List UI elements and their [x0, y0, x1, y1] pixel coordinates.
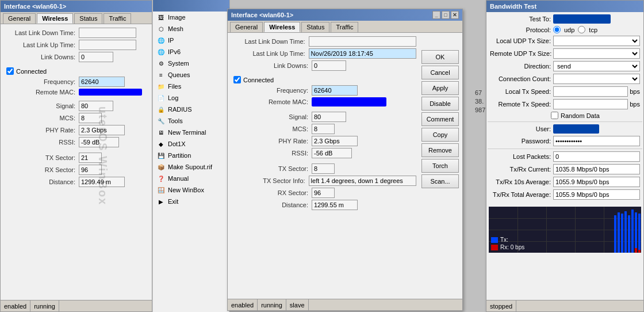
conn-count-select[interactable] — [553, 74, 640, 84]
status-slave-main: slave — [286, 299, 309, 310]
tx-sector-label-main: TX Sector: — [231, 165, 312, 172]
tx-rx-total-input[interactable] — [553, 189, 640, 200]
remote-mac-label-1: Remote MAC: — [4, 89, 79, 96]
tab-wireless-main[interactable]: Wireless — [264, 22, 300, 32]
minimize-button-main[interactable]: _ — [432, 11, 440, 19]
random-data-checkbox[interactable] — [551, 112, 558, 119]
rx-sector-input-1[interactable] — [79, 165, 102, 175]
legend-rx: Rx: 0 bps — [491, 244, 524, 250]
signal-row-main: Signal: — [231, 112, 416, 122]
tx-rx-current-input[interactable] — [553, 164, 640, 174]
cancel-button[interactable]: Cancel — [421, 66, 459, 79]
tab-wireless-1[interactable]: Wireless — [37, 13, 73, 24]
last-link-down-input-main[interactable] — [309, 36, 416, 47]
copy-button[interactable]: Copy — [421, 128, 459, 142]
sidebar-item-label-image: Image — [168, 14, 186, 21]
torch-button[interactable]: Torch — [421, 159, 459, 173]
rssi-input-main[interactable] — [312, 148, 352, 158]
last-link-up-input-main[interactable] — [309, 48, 416, 59]
tx-sector-input-main[interactable] — [312, 163, 335, 174]
tab-general-1[interactable]: General — [3, 13, 36, 24]
remote-mac-label-main: Remote MAC: — [231, 98, 312, 105]
sidebar-item-ip[interactable]: 🌐 IP — [153, 35, 229, 46]
sidebar-item-exit[interactable]: ▶ Exit — [153, 196, 229, 207]
mcs-input-main[interactable] — [312, 124, 335, 134]
sidebar-item-image[interactable]: 🖼 Image — [153, 12, 229, 23]
distance-input-1[interactable] — [79, 177, 125, 187]
scan-button[interactable]: Scan... — [421, 174, 459, 188]
local-udp-tx-row: Local UDP Tx Size: — [488, 36, 642, 46]
sidebar-item-partition[interactable]: 💾 Partition — [153, 150, 229, 161]
apply-button[interactable]: Apply — [421, 81, 459, 95]
sidebar-item-dot1x[interactable]: ◆ Dot1X — [153, 138, 229, 150]
direction-select[interactable]: send — [553, 61, 640, 71]
password-input[interactable] — [553, 136, 640, 146]
local-tx-input[interactable] — [553, 86, 628, 97]
tab-general-main[interactable]: General — [230, 22, 263, 32]
connected-checkbox-main[interactable] — [233, 76, 241, 83]
comment-button[interactable]: Comment — [421, 112, 459, 126]
remote-tx-input[interactable] — [553, 99, 628, 109]
partial-val-2: 38. — [475, 98, 484, 105]
tab-status-main[interactable]: Status — [301, 22, 329, 32]
phy-rate-input-main[interactable] — [312, 136, 358, 146]
sidebar-item-log[interactable]: 📄 Log — [153, 92, 229, 104]
sidebar-item-manual[interactable]: ❓ Manual — [153, 173, 229, 184]
rssi-row-main: RSSI: — [231, 148, 416, 158]
vgrid-3 — [575, 207, 576, 253]
tx-rx-10s-input[interactable] — [553, 177, 640, 187]
tx-rx-current-row: Tx/Rx Current: — [488, 164, 642, 174]
sidebar-item-radius[interactable]: 🔒 RADIUS — [153, 104, 229, 115]
signal-input-main[interactable] — [312, 112, 346, 122]
signal-input-1[interactable] — [79, 101, 113, 111]
link-downs-row-1: Link Downs: — [4, 52, 148, 62]
rx-sector-input-main[interactable] — [312, 188, 335, 198]
sidebar-item-queues[interactable]: ≡ Queues — [153, 69, 229, 81]
sidebar-item-ipv6[interactable]: 🌐 IPv6 — [153, 46, 229, 58]
protocol-udp-radio[interactable] — [553, 26, 561, 33]
sidebar-item-supout[interactable]: 📦 Make Supout.rif — [153, 161, 229, 173]
mcs-input-1[interactable] — [79, 113, 102, 123]
phy-rate-label-main: PHY Rate: — [231, 138, 312, 144]
sidebar-item-label-radius: RADIUS — [168, 106, 192, 113]
last-link-up-input-1[interactable] — [79, 40, 136, 50]
tx-rx-10s-label: Tx/Rx 10s Average: — [490, 178, 553, 185]
rssi-label-1: RSSI: — [4, 139, 79, 146]
tx-sector-info-input-main[interactable] — [309, 176, 416, 186]
close-button-main[interactable]: ✕ — [451, 11, 459, 19]
ok-button[interactable]: OK — [421, 50, 459, 64]
link-downs-input-main[interactable] — [312, 60, 346, 71]
sidebar-item-system[interactable]: ⚙ System — [153, 58, 229, 69]
protocol-radio-group: udp tcp — [553, 26, 597, 33]
user-value — [553, 124, 599, 134]
protocol-tcp-radio[interactable] — [578, 26, 585, 33]
rssi-input-1[interactable] — [79, 137, 119, 147]
maximize-button-main[interactable]: □ — [442, 11, 450, 19]
tx-sector-input-1[interactable] — [79, 153, 102, 163]
tab-status-1[interactable]: Status — [74, 13, 102, 24]
local-tx-label: Local Tx Speed: — [490, 88, 553, 95]
sidebar-item-mesh[interactable]: ⬡ Mesh — [153, 23, 229, 35]
log-icon: 📄 — [156, 93, 166, 102]
sidebar-item-newwinbox[interactable]: 🪟 New WinBox — [153, 184, 229, 196]
frequency-input-1[interactable] — [79, 77, 125, 87]
rx-sector-label-1: RX Sector: — [4, 166, 79, 173]
connected-checkbox-1[interactable] — [6, 67, 14, 75]
newwinbox-icon: 🪟 — [156, 185, 166, 195]
remote-udp-tx-select[interactable] — [553, 48, 640, 59]
local-udp-tx-select[interactable] — [553, 36, 640, 46]
remove-button[interactable]: Remove — [421, 143, 459, 157]
sidebar-item-files[interactable]: 📁 Files — [153, 81, 229, 92]
disable-button[interactable]: Disable — [421, 97, 459, 111]
frequency-input-main[interactable] — [312, 85, 358, 96]
tx-sector-row-main: TX Sector: — [231, 163, 416, 174]
link-downs-input-1[interactable] — [79, 52, 113, 62]
phy-rate-input-1[interactable] — [79, 125, 125, 135]
tab-traffic-main[interactable]: Traffic — [331, 22, 358, 32]
lost-packets-input[interactable] — [553, 151, 640, 162]
tab-traffic-1[interactable]: Traffic — [103, 13, 131, 24]
distance-input-main[interactable] — [312, 200, 358, 210]
last-link-down-input-1[interactable] — [79, 28, 136, 38]
sidebar-item-tools[interactable]: 🔧 Tools — [153, 115, 229, 127]
sidebar-item-terminal[interactable]: 🖥 New Terminal — [153, 127, 229, 138]
